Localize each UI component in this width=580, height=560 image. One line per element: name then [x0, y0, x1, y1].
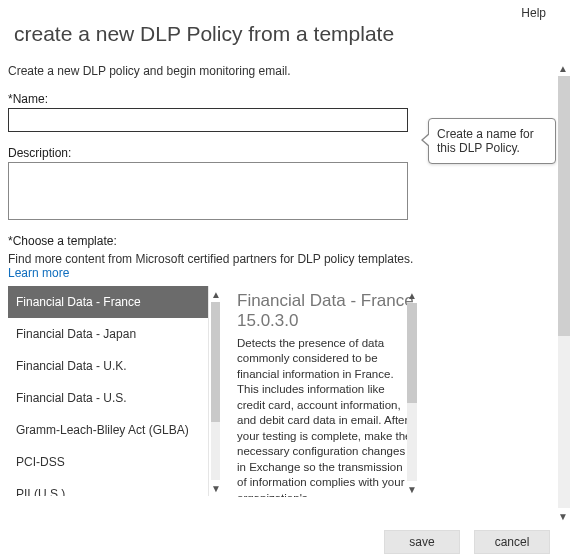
learn-more-link[interactable]: Learn more: [0, 266, 580, 286]
page-scrollbar[interactable]: ▲ ▼: [556, 60, 572, 524]
page-subtitle: Create a new DLP policy and begin monito…: [0, 46, 580, 78]
template-item[interactable]: Financial Data - Japan: [8, 318, 222, 350]
template-note: Find more content from Microsoft certifi…: [0, 250, 580, 266]
scroll-up-icon[interactable]: ▲: [209, 286, 223, 302]
template-detail-text: Detects the presence of data commonly co…: [237, 332, 415, 497]
template-item[interactable]: PCI-DSS: [8, 446, 222, 478]
template-list-scrollbar[interactable]: ▲ ▼: [208, 286, 222, 496]
name-label: *Name:: [0, 78, 580, 108]
scroll-up-icon[interactable]: ▲: [405, 287, 419, 303]
template-item[interactable]: PII (U.S.): [8, 478, 222, 496]
template-detail-scrollbar[interactable]: ▲ ▼: [405, 287, 419, 497]
template-item[interactable]: Financial Data - U.K.: [8, 350, 222, 382]
scroll-thumb[interactable]: [211, 302, 220, 422]
name-input[interactable]: [8, 108, 408, 132]
scroll-thumb[interactable]: [558, 76, 570, 336]
scroll-down-icon[interactable]: ▼: [556, 508, 570, 524]
description-input[interactable]: [8, 162, 408, 220]
template-item[interactable]: Gramm-Leach-Bliley Act (GLBA): [8, 414, 222, 446]
page-title: create a new DLP Policy from a template: [0, 0, 580, 46]
scroll-thumb[interactable]: [407, 303, 417, 403]
template-detail-title: Financial Data - France 15.0.3.0: [237, 291, 415, 332]
template-label: *Choose a template:: [0, 220, 580, 250]
template-item[interactable]: Financial Data - U.S.: [8, 382, 222, 414]
save-button[interactable]: save: [384, 530, 460, 554]
scroll-up-icon[interactable]: ▲: [556, 60, 570, 76]
name-help-callout: Create a name for this DLP Policy.: [428, 118, 556, 164]
scroll-down-icon[interactable]: ▼: [209, 480, 223, 496]
help-link[interactable]: Help: [521, 6, 546, 20]
scroll-down-icon[interactable]: ▼: [405, 481, 419, 497]
template-detail-panel: Financial Data - France 15.0.3.0 Detects…: [230, 286, 420, 496]
cancel-button[interactable]: cancel: [474, 530, 550, 554]
callout-text: Create a name for this DLP Policy.: [437, 127, 534, 155]
template-item[interactable]: Financial Data - France: [8, 286, 222, 318]
template-list[interactable]: Financial Data - FranceFinancial Data - …: [8, 286, 222, 496]
